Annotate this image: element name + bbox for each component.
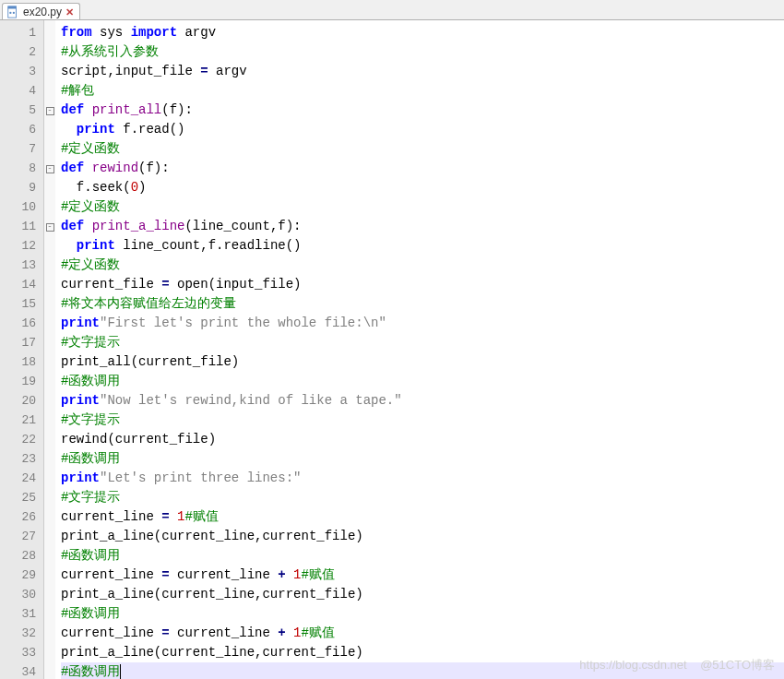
- line-number: 17: [0, 333, 43, 352]
- code-line[interactable]: #文字提示: [61, 488, 784, 507]
- line-number: 10: [0, 197, 43, 217]
- line-number: 34: [0, 662, 43, 679]
- line-number: 7: [0, 139, 43, 159]
- line-number: 14: [0, 275, 43, 294]
- line-number: 18: [0, 352, 43, 372]
- editor-tab[interactable]: ex20.py ✕: [2, 3, 80, 19]
- line-number: 1: [0, 23, 43, 42]
- code-line[interactable]: rewind(current_file): [61, 430, 784, 449]
- code-area[interactable]: from sys import argv#从系统引入参数script,input…: [55, 20, 784, 679]
- code-line[interactable]: #函数调用: [61, 449, 784, 469]
- line-number: 22: [0, 430, 43, 449]
- tab-filename: ex20.py: [23, 6, 62, 18]
- fold-toggle-icon[interactable]: -: [46, 107, 54, 115]
- code-line[interactable]: print"Let's print three lines:": [61, 469, 784, 488]
- file-icon: [6, 6, 19, 18]
- line-number: 30: [0, 585, 43, 604]
- svg-point-3: [13, 12, 15, 14]
- line-number: 29: [0, 566, 43, 585]
- line-number: 15: [0, 294, 43, 314]
- line-number: 4: [0, 81, 43, 101]
- code-line[interactable]: print_all(current_file): [61, 352, 784, 372]
- code-line[interactable]: script,input_file = argv: [61, 62, 784, 81]
- code-line[interactable]: #定义函数: [61, 197, 784, 217]
- code-line[interactable]: #文字提示: [61, 411, 784, 430]
- code-line[interactable]: #定义函数: [61, 256, 784, 275]
- line-number: 26: [0, 507, 43, 527]
- code-line[interactable]: #函数调用: [61, 604, 784, 624]
- close-icon[interactable]: ✕: [65, 6, 74, 18]
- line-number: 11: [0, 217, 43, 236]
- code-line[interactable]: print f.read(): [61, 120, 784, 139]
- code-line[interactable]: def print_all(f):: [61, 101, 784, 120]
- code-line[interactable]: current_line = 1#赋值: [61, 507, 784, 527]
- code-line[interactable]: print_a_line(current_line,current_file): [61, 643, 784, 662]
- tab-bar: ex20.py ✕: [0, 0, 784, 20]
- code-line[interactable]: def rewind(f):: [61, 159, 784, 178]
- line-number: 16: [0, 314, 43, 333]
- code-line[interactable]: #从系统引入参数: [61, 42, 784, 62]
- line-number: 33: [0, 643, 43, 662]
- line-number: 6: [0, 120, 43, 139]
- line-number-gutter: 1234567891011121314151617181920212223242…: [0, 20, 44, 679]
- line-number: 31: [0, 604, 43, 624]
- fold-toggle-icon[interactable]: -: [46, 223, 54, 232]
- line-number: 3: [0, 62, 43, 81]
- code-line[interactable]: f.seek(0): [61, 178, 784, 197]
- code-line[interactable]: #将文本内容赋值给左边的变量: [61, 294, 784, 314]
- code-line[interactable]: from sys import argv: [61, 23, 784, 42]
- line-number: 28: [0, 546, 43, 566]
- line-number: 25: [0, 488, 43, 507]
- fold-column: ---: [44, 20, 55, 679]
- code-line[interactable]: print line_count,f.readline(): [61, 236, 784, 256]
- line-number: 27: [0, 527, 43, 546]
- svg-rect-1: [8, 6, 17, 9]
- line-number: 32: [0, 624, 43, 643]
- code-line[interactable]: print_a_line(current_line,current_file): [61, 527, 784, 546]
- code-line[interactable]: #函数调用: [61, 372, 784, 391]
- code-line[interactable]: print"Now let's rewind,kind of like a ta…: [61, 391, 784, 411]
- editor: 1234567891011121314151617181920212223242…: [0, 20, 784, 679]
- code-line[interactable]: def print_a_line(line_count,f):: [61, 217, 784, 236]
- code-line[interactable]: print_a_line(current_line,current_file): [61, 585, 784, 604]
- line-number: 19: [0, 372, 43, 391]
- code-line[interactable]: #解包: [61, 81, 784, 101]
- line-number: 2: [0, 42, 43, 62]
- code-line[interactable]: #函数调用: [61, 546, 784, 566]
- line-number: 13: [0, 256, 43, 275]
- code-line[interactable]: #文字提示: [61, 333, 784, 352]
- line-number: 9: [0, 178, 43, 197]
- code-line[interactable]: print"First let's print the whole file:\…: [61, 314, 784, 333]
- line-number: 12: [0, 236, 43, 256]
- code-line[interactable]: current_line = current_line + 1#赋值: [61, 624, 784, 643]
- code-line[interactable]: current_file = open(input_file): [61, 275, 784, 294]
- code-line[interactable]: #定义函数: [61, 139, 784, 159]
- line-number: 20: [0, 391, 43, 411]
- svg-point-2: [9, 12, 11, 14]
- line-number: 24: [0, 469, 43, 488]
- line-number: 5: [0, 101, 43, 120]
- line-number: 8: [0, 159, 43, 178]
- code-line[interactable]: #函数调用: [61, 662, 784, 679]
- line-number: 21: [0, 411, 43, 430]
- code-line[interactable]: current_line = current_line + 1#赋值: [61, 566, 784, 585]
- caret: [120, 664, 121, 679]
- line-number: 23: [0, 449, 43, 469]
- fold-toggle-icon[interactable]: -: [46, 165, 54, 173]
